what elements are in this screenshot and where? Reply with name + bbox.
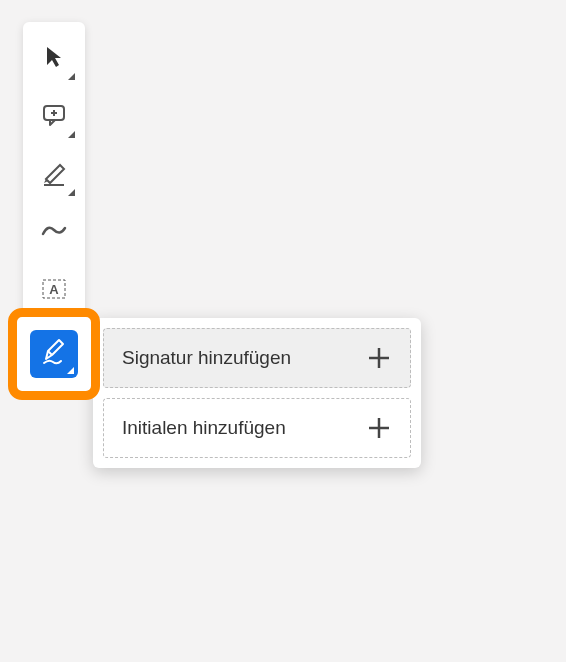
add-signature-label: Signatur hinzufügen xyxy=(122,347,291,369)
freehand-icon xyxy=(40,222,68,244)
expand-corner-icon xyxy=(68,189,75,196)
signature-popup: Signatur hinzufügen Initialen hinzufügen xyxy=(93,318,421,468)
comment-tool[interactable] xyxy=(27,90,81,144)
highlighter-icon xyxy=(40,159,68,191)
text-box-icon: A xyxy=(41,278,67,304)
comment-plus-icon xyxy=(41,102,67,132)
svg-text:A: A xyxy=(49,282,59,297)
plus-icon xyxy=(366,345,392,371)
sign-tool-highlight xyxy=(8,308,100,400)
draw-tool[interactable] xyxy=(27,206,81,260)
expand-corner-icon xyxy=(68,131,75,138)
vertical-toolbar: A xyxy=(23,22,85,328)
select-tool[interactable] xyxy=(27,32,81,86)
highlight-tool[interactable] xyxy=(27,148,81,202)
add-signature-item[interactable]: Signatur hinzufügen xyxy=(103,328,411,388)
sign-tool[interactable] xyxy=(30,330,78,378)
add-initials-label: Initialen hinzufügen xyxy=(122,417,286,439)
pen-sign-icon xyxy=(39,337,69,371)
expand-corner-icon xyxy=(67,367,74,374)
expand-corner-icon xyxy=(68,73,75,80)
add-initials-item[interactable]: Initialen hinzufügen xyxy=(103,398,411,458)
cursor-icon xyxy=(43,45,65,73)
plus-icon xyxy=(366,415,392,441)
